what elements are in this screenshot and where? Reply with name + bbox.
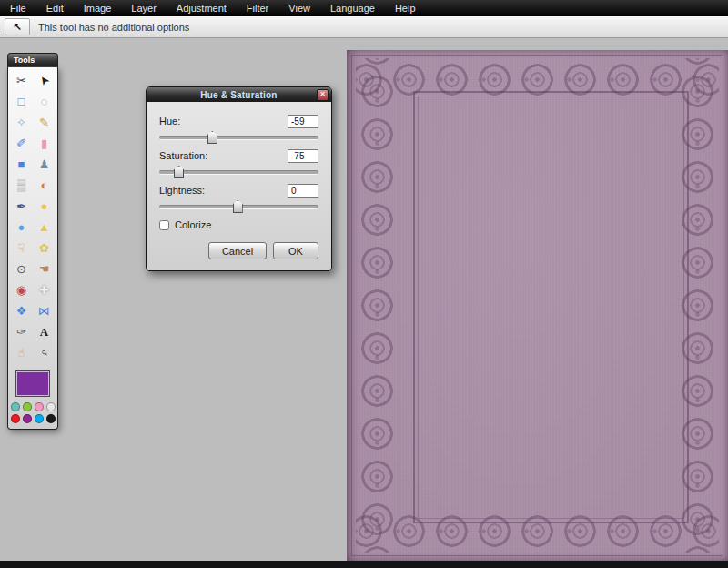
- lightness-input[interactable]: [288, 184, 318, 198]
- menu-bar: FileEditImageLayerAdjustmentFilterViewLa…: [0, 0, 728, 16]
- dodge-icon: ⊙: [16, 263, 26, 275]
- saturation-input[interactable]: [288, 149, 318, 163]
- tool-sharpen[interactable]: ▲: [33, 217, 56, 238]
- cancel-button[interactable]: Cancel: [208, 242, 267, 259]
- menu-edit[interactable]: Edit: [36, 0, 74, 16]
- tools-panel-body: ✂➤□◌✧✎✐▮■♟▒◐✒●●▲☟✿⊙☚◉✚❖⋈✑A☝♀: [7, 66, 58, 430]
- hue-input[interactable]: [288, 115, 318, 128]
- tool-dodge[interactable]: ⊙: [10, 259, 33, 279]
- menu-help[interactable]: Help: [385, 0, 426, 16]
- color-swatch[interactable]: [11, 414, 20, 423]
- lightness-label: Lightness:: [159, 185, 205, 196]
- menu-layer[interactable]: Layer: [121, 0, 167, 16]
- color-swatch[interactable]: [46, 402, 56, 411]
- tool-pinch[interactable]: ⋈: [33, 300, 56, 321]
- tool-wand[interactable]: ✧: [10, 112, 33, 133]
- lightness-slider-row: Lightness:: [159, 183, 318, 209]
- tool-gradient[interactable]: ▒: [10, 175, 33, 196]
- tool-marquee[interactable]: □: [10, 91, 33, 112]
- sharpen-icon: ▲: [38, 221, 50, 233]
- menu-language[interactable]: Language: [320, 0, 385, 16]
- hue-slider-thumb[interactable]: [207, 131, 217, 144]
- app-window: FileEditImageLayerAdjustmentFilterViewLa…: [0, 0, 728, 568]
- hue-slider-track[interactable]: [159, 136, 318, 140]
- tool-spot-heal[interactable]: ✚: [33, 279, 56, 300]
- lightness-slider-thumb[interactable]: [233, 200, 243, 213]
- swatch-row: [11, 402, 56, 411]
- dialog-body: Hue: Saturation: Lightness:: [147, 102, 331, 270]
- lightness-slider-track[interactable]: [159, 205, 318, 209]
- colorpicker-icon: ✑: [16, 326, 26, 338]
- tools-panel-title[interactable]: Tools: [7, 53, 58, 66]
- eraser-icon: ▮: [41, 137, 47, 149]
- close-icon[interactable]: ✕: [317, 89, 329, 101]
- move-cursor-icon: ↖: [13, 21, 22, 34]
- ok-button[interactable]: OK: [273, 242, 318, 259]
- tool-type[interactable]: A: [33, 321, 56, 342]
- colorize-row: Colorize: [159, 219, 318, 230]
- tool-shape[interactable]: ●: [33, 196, 56, 217]
- tool-hand[interactable]: ☝: [10, 342, 33, 363]
- menu-adjustment[interactable]: Adjustment: [167, 0, 237, 16]
- color-swatch[interactable]: [23, 402, 32, 411]
- wand-icon: ✧: [16, 117, 26, 128]
- tool-options-bar: ↖ This tool has no additional options: [0, 16, 728, 38]
- type-icon: A: [40, 326, 48, 338]
- dialog-title-bar[interactable]: Hue & Saturation ✕: [147, 87, 331, 102]
- tool-clone-stamp[interactable]: ♟: [33, 154, 56, 175]
- tool-eraser[interactable]: ▮: [33, 133, 56, 154]
- colorize-checkbox[interactable]: [159, 220, 169, 230]
- color-swatch[interactable]: [11, 402, 20, 411]
- move-icon: ➤: [36, 73, 52, 87]
- pen-icon: ✒: [16, 200, 26, 212]
- tool-blur[interactable]: ●: [10, 217, 33, 238]
- color-swatch[interactable]: [35, 414, 44, 423]
- saturation-slider-track[interactable]: [159, 170, 318, 175]
- canvas-image[interactable]: [347, 50, 728, 561]
- active-tool-indicator: ↖: [5, 18, 30, 36]
- cover-inner-frame: [413, 91, 689, 523]
- menu-file[interactable]: File: [0, 0, 36, 16]
- saturation-slider-thumb[interactable]: [174, 166, 184, 178]
- menu-filter[interactable]: Filter: [237, 0, 278, 16]
- tool-lasso[interactable]: ◌: [33, 91, 56, 112]
- bloat-icon: ❖: [16, 305, 27, 317]
- tool-smudge[interactable]: ☟: [10, 238, 33, 259]
- crop-icon: ✂: [16, 75, 26, 86]
- tool-sponge[interactable]: ✿: [33, 238, 56, 259]
- zoom-icon: ♀: [36, 345, 51, 360]
- tool-zoom[interactable]: ♀: [33, 342, 56, 363]
- tool-move[interactable]: ➤: [33, 70, 56, 91]
- menu-image[interactable]: Image: [74, 0, 122, 16]
- tool-pencil[interactable]: ✎: [33, 112, 56, 133]
- color-swatch[interactable]: [23, 414, 32, 423]
- tool-colorpicker[interactable]: ✑: [10, 321, 33, 342]
- menu-view[interactable]: View: [278, 0, 320, 16]
- sponge-icon: ✿: [39, 242, 49, 254]
- tool-brush[interactable]: ✐: [10, 133, 33, 154]
- tool-bucket[interactable]: ■: [10, 154, 33, 175]
- bucket-icon: ■: [18, 158, 25, 170]
- dialog-title: Hue & Saturation: [200, 90, 277, 100]
- color-swatch[interactable]: [35, 402, 44, 411]
- primary-color-swatch[interactable]: [15, 370, 50, 397]
- color-replace-icon: ◐: [41, 179, 48, 191]
- tool-red-eye[interactable]: ◉: [10, 279, 33, 300]
- tool-pen[interactable]: ✒: [10, 196, 33, 217]
- tools-grid: ✂➤□◌✧✎✐▮■♟▒◐✒●●▲☟✿⊙☚◉✚❖⋈✑A☝♀: [10, 70, 56, 363]
- bottom-bar: [0, 561, 728, 568]
- colorize-label: Colorize: [175, 219, 211, 230]
- tool-color-replace[interactable]: ◐: [33, 175, 56, 196]
- blur-icon: ●: [18, 221, 25, 233]
- tool-burn[interactable]: ☚: [33, 259, 56, 279]
- brush-icon: ✐: [16, 137, 26, 149]
- color-swatches: [10, 402, 56, 423]
- gradient-icon: ▒: [17, 179, 25, 191]
- pencil-icon: ✎: [39, 117, 49, 128]
- tool-bloat[interactable]: ❖: [10, 300, 33, 321]
- tool-crop[interactable]: ✂: [10, 70, 33, 91]
- color-swatch[interactable]: [46, 414, 56, 423]
- hue-label: Hue:: [159, 116, 180, 127]
- shape-icon: ●: [41, 200, 48, 212]
- swatch-row: [11, 414, 56, 423]
